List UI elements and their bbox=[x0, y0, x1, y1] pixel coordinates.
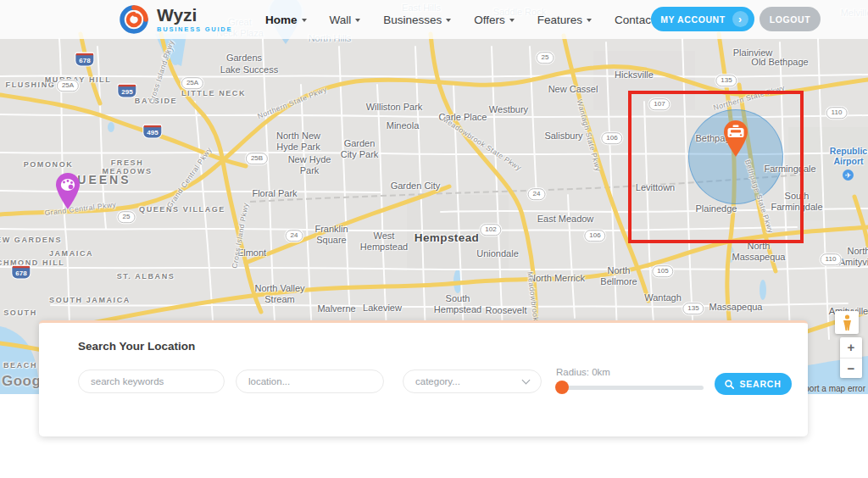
my-account-label: MY ACCOUNT bbox=[660, 14, 726, 25]
interstate-shield: 678 bbox=[12, 266, 30, 279]
chevron-down-icon bbox=[446, 19, 451, 22]
nav-label: Home bbox=[265, 14, 298, 26]
route-shield: 106 bbox=[601, 132, 622, 144]
nav-item-wall[interactable]: Wall bbox=[330, 14, 361, 26]
search-button[interactable]: SEARCH bbox=[715, 373, 792, 395]
main-nav: Home Wall Businesses Offers Features Con… bbox=[265, 0, 654, 39]
location-input[interactable] bbox=[236, 370, 384, 393]
wyzi-swirl-icon bbox=[119, 4, 149, 35]
panel-title: Search Your Location bbox=[78, 340, 195, 353]
route-shield: 25A bbox=[57, 80, 79, 92]
chevron-down-icon bbox=[355, 19, 360, 22]
nav-label: Features bbox=[537, 14, 582, 26]
airport-icon: ✈ bbox=[843, 170, 854, 181]
chevron-down-icon bbox=[522, 376, 531, 385]
keywords-input[interactable] bbox=[78, 370, 225, 393]
nav-item-contact[interactable]: Contact bbox=[615, 14, 654, 26]
nav-item-features[interactable]: Features bbox=[537, 14, 592, 26]
brand-logo[interactable]: Wyzi BUSINESS GUIDE bbox=[119, 4, 232, 35]
route-shield: 135 bbox=[715, 75, 737, 86]
route-shield: 25 bbox=[118, 211, 136, 223]
radius-label: Radius: 0km bbox=[556, 367, 610, 377]
logout-label: LOGOUT bbox=[770, 14, 811, 25]
chevron-down-icon bbox=[587, 19, 592, 22]
route-shield: 24 bbox=[286, 230, 303, 242]
top-navbar: Wyzi BUSINESS GUIDE Home Wall Businesses… bbox=[0, 0, 868, 39]
route-shield: 24 bbox=[528, 188, 546, 200]
chevron-down-icon bbox=[509, 19, 515, 22]
radius-slider-track[interactable] bbox=[557, 386, 704, 390]
nav-item-home[interactable]: Home bbox=[265, 14, 307, 26]
chevron-down-icon bbox=[302, 19, 307, 22]
nav-item-offers[interactable]: Offers bbox=[474, 14, 515, 26]
logout-button[interactable]: LOGOUT bbox=[760, 7, 821, 31]
category-placeholder: category... bbox=[415, 376, 460, 386]
route-shield: 25B bbox=[246, 153, 268, 164]
search-location-panel: Search Your Location category... Radius:… bbox=[39, 320, 808, 436]
street-view-pegman[interactable] bbox=[835, 311, 859, 334]
zoom-in-button[interactable]: + bbox=[840, 337, 862, 358]
route-shield: 110 bbox=[821, 253, 842, 265]
route-shield: 25 bbox=[537, 52, 554, 64]
zoom-out-button[interactable]: − bbox=[840, 358, 862, 379]
my-account-button[interactable]: MY ACCOUNT › bbox=[651, 7, 754, 31]
pegman-icon bbox=[842, 314, 853, 331]
map-zoom-control: + − bbox=[840, 337, 862, 378]
route-shield: 106 bbox=[584, 230, 605, 242]
nav-item-businesses[interactable]: Businesses bbox=[383, 14, 451, 26]
category-select[interactable]: category... bbox=[403, 370, 542, 393]
interstate-shield: 295 bbox=[118, 85, 136, 97]
interstate-shield: 678 bbox=[75, 53, 93, 66]
page: FLUSHINGMURRAY HILLBAYSIDELITTLE NECKPOM… bbox=[0, 0, 868, 478]
search-icon bbox=[725, 380, 734, 389]
nav-label: Wall bbox=[330, 14, 352, 26]
nav-label: Contact bbox=[615, 14, 654, 26]
radius-slider-handle[interactable] bbox=[555, 381, 569, 394]
palette-marker-pin[interactable] bbox=[53, 172, 83, 209]
chevron-right-icon: › bbox=[732, 11, 748, 27]
route-shield: 135 bbox=[682, 303, 704, 314]
brand-tagline: BUSINESS GUIDE bbox=[157, 25, 232, 33]
brand-name: Wyzi bbox=[157, 6, 232, 24]
route-shield: 105 bbox=[652, 265, 673, 277]
route-shield: 102 bbox=[480, 224, 501, 236]
nav-label: Businesses bbox=[383, 14, 442, 26]
map-highlight-rectangle bbox=[628, 91, 804, 243]
route-shield: 25A bbox=[181, 77, 203, 89]
search-button-label: SEARCH bbox=[739, 379, 781, 389]
route-shield: 110 bbox=[826, 107, 848, 119]
nav-label: Offers bbox=[474, 14, 505, 26]
interstate-shield: 495 bbox=[143, 125, 161, 138]
